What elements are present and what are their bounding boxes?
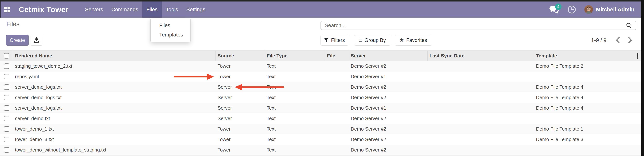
row-checkbox[interactable] [4,95,10,100]
cell-last-sync-date [428,72,534,82]
menu-item-tools[interactable]: Tools [162,1,182,18]
files-list-table: Rendered NameSourceFile TypeFileServerLa… [0,51,641,155]
user-menu[interactable]: Mitchell Admin [584,5,634,14]
cell-file [325,72,349,82]
row-checkbox[interactable] [4,147,10,153]
search-input[interactable] [321,22,626,28]
cell-file [325,134,349,145]
group-by-label: Group By [364,37,386,43]
apps-menu-button[interactable] [0,1,14,18]
cell-file [325,61,349,71]
download-tray-icon [34,37,40,43]
row-checkbox-cell [0,61,13,71]
cell-template: Demo File Template 4 [534,92,641,103]
row-checkbox[interactable] [4,126,10,132]
table-row[interactable]: staging_tower_demo_2.txtTowerTextDemo Se… [0,61,641,72]
pager-previous-button[interactable] [614,36,622,44]
cell-source: Tower [216,61,265,71]
column-header-rendered-name[interactable]: Rendered Name [13,51,216,61]
row-checkbox[interactable] [4,137,10,142]
cell-rendered-name: tower_demo_3.txt [13,134,216,145]
table-row[interactable]: server_demo_logs.txtServerTextDemo Serve… [0,82,641,92]
select-all-checkbox[interactable] [4,53,9,59]
cell-server: Demo Server #1 [349,72,428,82]
cell-last-sync-date [428,134,534,145]
table-row[interactable]: server_demo_logs.txtServerTextDemo Serve… [0,103,641,113]
create-button[interactable]: Create [6,35,29,46]
cell-last-sync-date [428,82,534,92]
menu-item-files[interactable]: Files [142,1,162,18]
table-row[interactable]: tower_demo_1.txtTowerTextDemo Server #2D… [0,124,641,134]
column-header-server[interactable]: Server [349,51,428,61]
main-menu: ServersCommandsFilesToolsSettings [81,1,209,18]
cell-file-type: Text [265,92,325,103]
app-window: Cetmix Tower ServersCommandsFilesToolsSe… [0,0,644,156]
list-bars-icon: ≡ [358,37,362,43]
table-row[interactable]: server_demo.txtServerTextDemo Server #2 [0,113,641,124]
table-row[interactable]: tower_demo_3.txtTowerTextDemo Server #2D… [0,134,641,145]
group-by-button[interactable]: ≡ Group By [354,35,390,46]
search-icon[interactable] [626,22,632,28]
menu-item-servers[interactable]: Servers [81,1,107,18]
row-checkbox[interactable] [4,74,10,79]
cell-rendered-name: repos.yaml [13,72,216,82]
column-header-file-type[interactable]: File Type [265,51,325,61]
cell-template: Demo File Template 1 [534,124,641,134]
table-row[interactable]: repos.yamlTowerTextDemo Server #1 [0,72,641,82]
cell-template [534,113,641,124]
import-export-button[interactable] [30,35,42,46]
table-row[interactable]: tower_demo_without_template_staging.txtT… [0,145,641,155]
cell-file [325,124,349,134]
cell-server: Demo Server #2 [349,61,428,71]
activities-button[interactable] [568,5,576,14]
cell-template [534,145,641,155]
row-checkbox[interactable] [4,105,10,111]
cell-server: Demo Server #2 [349,145,428,155]
funnel-icon [324,38,329,43]
cell-server: Demo Server #2 [349,113,428,124]
cell-source: Server [216,82,265,92]
cell-file-type: Text [265,113,325,124]
cell-rendered-name: server_demo_logs.txt [13,92,216,103]
cell-server: Demo Server #1 [349,103,428,113]
window-edge-top [0,0,644,1]
row-checkbox[interactable] [4,63,10,69]
column-header-file[interactable]: File [325,51,349,61]
cell-rendered-name: tower_demo_1.txt [13,124,216,134]
messages-button[interactable]: 4 [549,4,559,15]
row-checkbox-cell [0,134,13,145]
brand-title[interactable]: Cetmix Tower [19,5,68,14]
navbar-right: 4 [549,4,641,15]
cell-source: Server [216,92,265,103]
optional-columns-toggle-icon[interactable] [637,51,638,61]
row-checkbox[interactable] [4,84,10,90]
pager-next-button[interactable] [626,36,634,44]
cell-template: Demo File Template 4 [534,103,641,113]
filters-button[interactable]: Filters [320,35,348,46]
table-header-row: Rendered NameSourceFile TypeFileServerLa… [0,51,641,61]
cell-file-type: Text [265,145,325,155]
table-row[interactable]: server_demo_logs.txtServerTextDemo Serve… [0,92,641,103]
cell-last-sync-date [428,61,534,71]
cell-server: Demo Server #2 [349,124,428,134]
column-header-template[interactable]: Template [534,51,641,61]
dropdown-item-files[interactable]: Files [150,21,190,30]
cell-file [325,82,349,92]
cell-server: Demo Server #2 [349,82,428,92]
row-checkbox[interactable] [4,116,10,121]
files-dropdown-menu: FilesTemplates [150,18,190,42]
cell-template: Demo File Template 3 [534,134,641,145]
column-header-last-sync-date[interactable]: Last Sync Date [428,51,534,61]
column-header-source[interactable]: Source [216,51,265,61]
cell-rendered-name: staging_tower_demo_2.txt [13,61,216,71]
cell-file [325,113,349,124]
pager-range: 1-9 / 9 [591,37,606,43]
menu-item-commands[interactable]: Commands [107,1,142,18]
dropdown-item-templates[interactable]: Templates [150,30,190,39]
filters-label: Filters [331,37,345,43]
cell-server: Demo Server #2 [349,92,428,103]
favorites-button[interactable]: ★ Favorites [395,35,431,46]
cell-file-type: Text [265,72,325,82]
row-checkbox-cell [0,82,13,92]
menu-item-settings[interactable]: Settings [182,1,209,18]
